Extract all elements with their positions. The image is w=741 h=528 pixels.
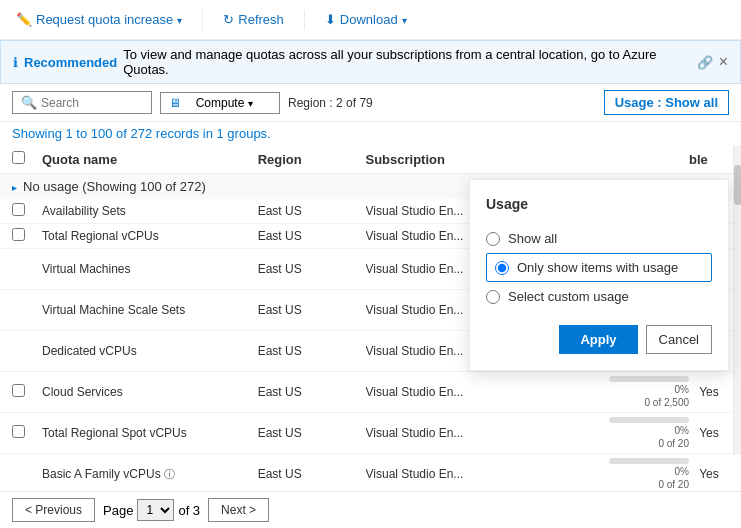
row-check-6 bbox=[12, 384, 42, 400]
request-quota-label: Request quota increase bbox=[36, 12, 173, 27]
info-icon: ℹ bbox=[13, 55, 18, 70]
group-toggle-icon[interactable] bbox=[12, 179, 17, 194]
region-8: East US bbox=[258, 467, 366, 481]
show-all-option[interactable]: Show all bbox=[486, 226, 712, 251]
quota-name-7: Total Regional Spot vCPUs bbox=[42, 426, 258, 440]
records-info: Showing 1 to 100 of 272 records in 1 gro… bbox=[0, 122, 741, 145]
only-show-radio[interactable] bbox=[495, 261, 509, 275]
select-all-checkbox[interactable] bbox=[12, 151, 25, 164]
quota-name-8: Basic A Family vCPUs ⓘ bbox=[42, 467, 258, 482]
show-all-label: Show all bbox=[508, 231, 557, 246]
subscription-7: Visual Studio En... bbox=[366, 426, 582, 440]
header-quota-name: Quota name bbox=[42, 152, 258, 167]
usage-show-all-btn[interactable]: Usage : Show all bbox=[604, 90, 729, 115]
request-quota-btn[interactable]: ✏️ Request quota increase bbox=[12, 8, 186, 31]
quota-name-1: Availability Sets bbox=[42, 204, 258, 218]
monitor-icon: 🖥 bbox=[169, 96, 192, 110]
row-checkbox-1[interactable] bbox=[12, 203, 25, 216]
custom-usage-label: Select custom usage bbox=[508, 289, 629, 304]
custom-usage-radio[interactable] bbox=[486, 290, 500, 304]
usage-bar-7: 0% 0 of 20 bbox=[581, 417, 689, 449]
banner-close-btn[interactable]: × bbox=[719, 53, 728, 71]
download-label: Download bbox=[340, 12, 398, 27]
table-row: Basic A Family vCPUs ⓘ East US Visual St… bbox=[0, 454, 741, 491]
usage-apply-btn[interactable]: Apply bbox=[559, 325, 637, 354]
download-btn[interactable]: ⬇ Download bbox=[321, 8, 411, 31]
row-checkbox-7[interactable] bbox=[12, 425, 25, 438]
ble-7: Yes bbox=[689, 426, 729, 440]
row-check-7 bbox=[12, 425, 42, 441]
scrollbar-thumb[interactable] bbox=[734, 165, 741, 205]
recommended-label: Recommended bbox=[24, 55, 117, 70]
of-pages-label: of 3 bbox=[178, 503, 200, 518]
region-7: East US bbox=[258, 426, 366, 440]
region-5: East US bbox=[258, 344, 366, 358]
subscription-8: Visual Studio En... bbox=[366, 467, 582, 481]
table-wrapper: Quota name Region Subscription ble No us… bbox=[0, 145, 741, 491]
region-3: East US bbox=[258, 262, 366, 276]
divider-2 bbox=[304, 10, 305, 30]
chevron-down-icon-2 bbox=[402, 12, 407, 27]
banner-message: To view and manage quotas across all you… bbox=[123, 47, 688, 77]
search-box: 🔍 bbox=[12, 91, 152, 114]
region-badge: Region : 2 of 79 bbox=[288, 96, 373, 110]
footer: < Previous Page 1 2 3 of 3 Next > bbox=[0, 491, 741, 528]
filter-bar: 🔍 🖥 Compute Region : 2 of 79 Usage : Sho… bbox=[0, 84, 741, 122]
region-6: East US bbox=[258, 385, 366, 399]
divider-1 bbox=[202, 10, 203, 30]
search-icon: 🔍 bbox=[21, 95, 37, 110]
search-input[interactable] bbox=[41, 96, 143, 110]
table-header: Quota name Region Subscription ble bbox=[0, 145, 741, 174]
compute-chevron-icon bbox=[248, 96, 271, 110]
ble-8: Yes bbox=[689, 467, 729, 481]
recommendation-banner: ℹ Recommended To view and manage quotas … bbox=[0, 40, 741, 84]
previous-btn[interactable]: < Previous bbox=[12, 498, 95, 522]
row-check-1 bbox=[12, 203, 42, 219]
refresh-btn[interactable]: ↻ Refresh bbox=[219, 8, 288, 31]
only-show-option[interactable]: Only show items with usage bbox=[486, 253, 712, 282]
usage-btn-label: Usage : Show all bbox=[615, 95, 718, 110]
header-region: Region bbox=[258, 152, 366, 167]
records-count-text: Showing 1 to 100 of 272 records in 1 gro… bbox=[12, 126, 271, 141]
refresh-icon: ↻ bbox=[223, 12, 234, 27]
next-btn[interactable]: Next > bbox=[208, 498, 269, 522]
row-checkbox-2[interactable] bbox=[12, 228, 25, 241]
page-label: Page bbox=[103, 503, 133, 518]
header-check bbox=[12, 151, 42, 167]
usage-dropdown-title: Usage bbox=[486, 196, 712, 212]
toolbar: ✏️ Request quota increase ↻ Refresh ⬇ Do… bbox=[0, 0, 741, 40]
quota-name-4: Virtual Machine Scale Sets bbox=[42, 303, 258, 317]
header-ble: ble bbox=[689, 152, 729, 167]
refresh-label: Refresh bbox=[238, 12, 284, 27]
group-label: No usage (Showing 100 of 272) bbox=[23, 179, 206, 194]
quota-name-2: Total Regional vCPUs bbox=[42, 229, 258, 243]
download-icon: ⬇ bbox=[325, 12, 336, 27]
page-select[interactable]: 1 2 3 bbox=[137, 499, 174, 521]
usage-dropdown: Usage Show all Only show items with usag… bbox=[469, 179, 729, 371]
quota-name-6: Cloud Services bbox=[42, 385, 258, 399]
region-4: East US bbox=[258, 303, 366, 317]
show-all-radio[interactable] bbox=[486, 232, 500, 246]
usage-dropdown-actions: Apply Cancel bbox=[486, 325, 712, 354]
usage-bar-6: 0% 0 of 2,500 bbox=[581, 376, 689, 408]
table-row: Cloud Services East US Visual Studio En.… bbox=[0, 372, 741, 413]
only-show-label: Only show items with usage bbox=[517, 260, 678, 275]
compute-dropdown[interactable]: 🖥 Compute bbox=[160, 92, 280, 114]
pencil-icon: ✏️ bbox=[16, 12, 32, 27]
row-checkbox-6[interactable] bbox=[12, 384, 25, 397]
table-row: Total Regional Spot vCPUs East US Visual… bbox=[0, 413, 741, 454]
custom-usage-option[interactable]: Select custom usage bbox=[486, 284, 712, 309]
external-link-icon: 🔗 bbox=[697, 55, 713, 70]
usage-cancel-btn[interactable]: Cancel bbox=[646, 325, 712, 354]
region-2: East US bbox=[258, 229, 366, 243]
usage-bar-8: 0% 0 of 20 bbox=[581, 458, 689, 490]
compute-label: Compute bbox=[196, 96, 245, 110]
info-icon-8[interactable]: ⓘ bbox=[164, 468, 175, 480]
scrollbar[interactable] bbox=[733, 145, 741, 455]
ble-6: Yes bbox=[689, 385, 729, 399]
subscription-6: Visual Studio En... bbox=[366, 385, 582, 399]
quota-name-5: Dedicated vCPUs bbox=[42, 344, 258, 358]
row-check-2 bbox=[12, 228, 42, 244]
chevron-down-icon bbox=[177, 12, 182, 27]
page-indicator: Page 1 2 3 of 3 bbox=[103, 499, 200, 521]
